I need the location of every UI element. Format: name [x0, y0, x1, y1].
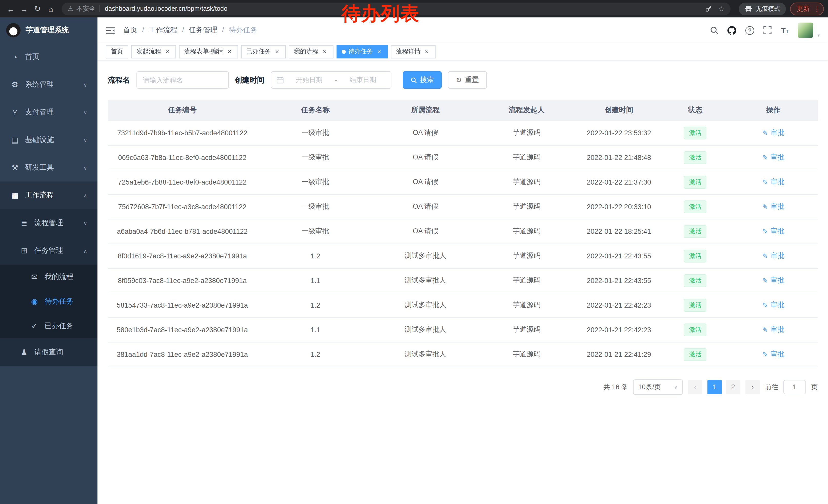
page-tab[interactable]: 发起流程 ×	[131, 45, 176, 58]
browser-window: ← → ↻ ⌂ ⚠ 不安全 dashboard.yudao.iocoder.cn…	[0, 0, 828, 504]
start-date-placeholder[interactable]: 开始日期	[287, 75, 332, 85]
reset-button[interactable]: ↻ 重置	[448, 71, 487, 89]
breadcrumb-item[interactable]: 任务管理	[189, 26, 229, 35]
column-header: 任务名称	[257, 100, 374, 121]
menu-fold-icon[interactable]	[106, 27, 115, 34]
url-text[interactable]: dashboard.yudao.iocoder.cn/bpm/task/todo	[100, 5, 700, 12]
gear-icon: ⚙	[10, 80, 19, 89]
update-label: 更新	[797, 4, 810, 13]
update-button[interactable]: 更新 ⋮	[790, 2, 824, 15]
status-badge: 激活	[684, 249, 706, 262]
tab-close-icon[interactable]: ×	[321, 48, 328, 55]
eye-icon: ◉	[30, 297, 39, 306]
cell-initiator: 芋道源码	[477, 219, 576, 243]
not-secure-warning-icon[interactable]: ⚠	[68, 5, 73, 12]
search-icon[interactable]	[710, 26, 718, 34]
sidebar-item-payment[interactable]: ¥ 支付管理 ∨	[0, 98, 97, 126]
tab-close-icon[interactable]: ×	[274, 48, 281, 55]
tab-close-icon[interactable]: ×	[376, 48, 383, 55]
sidebar-item-workflow[interactable]: ▦ 工作流程 ∧	[0, 182, 97, 209]
approve-link[interactable]: ✎ 审批	[762, 128, 784, 137]
yen-icon: ¥	[10, 108, 19, 117]
sidebar-item-my-process[interactable]: ✉ 我的流程	[0, 265, 97, 289]
key-icon[interactable]	[705, 5, 713, 13]
github-icon[interactable]	[728, 26, 736, 35]
sidebar-item-system[interactable]: ⚙ 系统管理 ∨	[0, 71, 97, 98]
sidebar-item-home[interactable]: ◔ 首页	[0, 43, 97, 71]
font-size-icon[interactable]: TT	[781, 26, 789, 35]
page-number-button[interactable]: 2	[726, 380, 740, 394]
approve-link[interactable]: ✎ 审批	[762, 301, 784, 310]
approve-link[interactable]: ✎ 审批	[762, 350, 784, 359]
approve-link[interactable]: ✎ 审批	[762, 276, 784, 285]
cell-initiator: 芋道源码	[477, 293, 576, 317]
cell-created-time: 2022-01-21 22:42:23	[576, 293, 662, 317]
cell-created-time: 2022-01-21 22:43:55	[576, 243, 662, 268]
sidebar-item-task-management[interactable]: ⊞ 任务管理 ∧	[0, 237, 97, 265]
reload-icon[interactable]: ↻	[31, 2, 44, 15]
sidebar-item-devtools[interactable]: ⚒ 研发工具 ∨	[0, 154, 97, 182]
tools-icon: ⚒	[10, 163, 19, 172]
cell-created-time: 2022-01-22 18:25:41	[576, 219, 662, 243]
table-row: 8f0d1619-7ac8-11ec-a9e2-a2380e71991a 1.2…	[108, 243, 818, 268]
cell-task-id: 381aa1dd-7ac8-11ec-a9e2-a2380e71991a	[108, 342, 257, 367]
user-avatar[interactable]	[798, 22, 813, 38]
approve-link-label: 审批	[771, 227, 784, 236]
page-tab[interactable]: 已办任务 ×	[241, 45, 286, 58]
navbar-actions: ? TT ▾	[710, 22, 820, 38]
address-bar[interactable]: ⚠ 不安全 dashboard.yudao.iocoder.cn/bpm/tas…	[61, 2, 731, 15]
next-page-button[interactable]: ›	[745, 380, 760, 394]
approve-link[interactable]: ✎ 审批	[762, 251, 784, 261]
home-icon[interactable]: ⌂	[44, 2, 57, 15]
tab-close-icon[interactable]: ×	[226, 48, 233, 55]
edit-icon: ✎	[762, 277, 768, 284]
sidebar-item-done-task[interactable]: ✓ 已办任务	[0, 314, 97, 338]
calendar-icon	[276, 77, 283, 84]
page-tab[interactable]: 首页	[106, 45, 128, 58]
workflow-submenu: ≣ 流程管理 ∨ ⊞ 任务管理 ∧ ✉ 我的流程	[0, 209, 97, 366]
breadcrumb-item[interactable]: 首页	[123, 26, 149, 35]
app-root: 芋道管理系统 ◔ 首页 ⚙ 系统管理 ∨ ¥ 支付管理 ∨ ▤	[0, 17, 828, 504]
date-range-picker[interactable]: 开始日期 - 结束日期	[271, 71, 391, 89]
avatar-caret-icon[interactable]: ▾	[818, 33, 820, 38]
back-icon[interactable]: ←	[4, 2, 17, 15]
sidebar-item-process-management[interactable]: ≣ 流程管理 ∨	[0, 209, 97, 237]
page-size-select[interactable]: 10条/页 ∨	[633, 379, 683, 395]
sidebar-item-leave-query[interactable]: ♟ 请假查询	[0, 338, 97, 366]
search-button[interactable]: 搜索	[403, 71, 442, 89]
help-icon[interactable]: ?	[745, 26, 754, 35]
kebab-menu-icon[interactable]: ⋮	[814, 5, 820, 12]
approve-link[interactable]: ✎ 审批	[762, 227, 784, 236]
main-area: 首页工作流程任务管理待办任务 ? TT ▾	[97, 17, 828, 504]
cell-task-name: 1.2	[257, 293, 374, 317]
approve-link[interactable]: ✎ 审批	[762, 202, 784, 211]
approve-link[interactable]: ✎ 审批	[762, 153, 784, 162]
tab-close-icon[interactable]: ×	[423, 48, 430, 55]
forward-icon[interactable]: →	[17, 2, 31, 15]
bookmark-star-icon[interactable]: ☆	[718, 5, 724, 13]
page-tab[interactable]: 流程表单-编辑 ×	[179, 45, 238, 58]
goto-page-input[interactable]	[783, 380, 806, 394]
approve-link[interactable]: ✎ 审批	[762, 177, 784, 187]
logo-avatar	[6, 23, 20, 37]
cell-task-name: 一级审批	[257, 145, 374, 170]
incognito-badge: 无痕模式	[739, 2, 786, 15]
end-date-placeholder[interactable]: 结束日期	[340, 75, 385, 85]
approve-link[interactable]: ✎ 审批	[762, 325, 784, 334]
cell-created-time: 2022-01-22 21:48:48	[576, 145, 662, 170]
tab-close-icon[interactable]: ×	[164, 48, 171, 55]
page-tab[interactable]: 待办任务 ×	[336, 45, 388, 58]
process-name-input[interactable]	[136, 71, 229, 89]
sidebar-item-todo-task[interactable]: ◉ 待办任务	[0, 289, 97, 314]
edit-icon: ✎	[762, 129, 768, 137]
cell-task-id: 069c6a63-7b8a-11ec-8ef0-acde48001122	[108, 145, 257, 170]
fullscreen-icon[interactable]	[763, 26, 772, 34]
prev-page-button[interactable]: ‹	[688, 380, 702, 394]
page-tab[interactable]: 我的流程 ×	[289, 45, 333, 58]
sidebar-item-infrastructure[interactable]: ▤ 基础设施 ∨	[0, 126, 97, 154]
page-number-button[interactable]: 1	[707, 380, 722, 394]
breadcrumb-item[interactable]: 待办任务	[229, 26, 257, 35]
breadcrumb-item[interactable]: 工作流程	[149, 26, 189, 35]
approve-link-label: 审批	[771, 202, 784, 211]
page-tab[interactable]: 流程详情 ×	[391, 45, 436, 58]
